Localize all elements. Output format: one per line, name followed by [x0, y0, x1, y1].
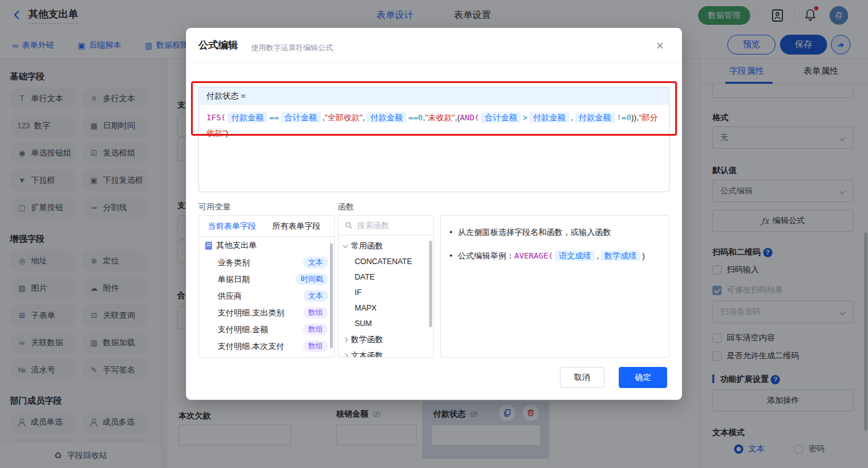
function-item[interactable]: DATE	[339, 270, 433, 285]
help-text: 公式编辑举例：AVERAGE(语文成绩,数学成绩)	[458, 249, 645, 263]
form-doc-icon	[205, 242, 212, 250]
functions-panel: 常用函数CONCATENATEDATEIFMAPXSUM数学函数文本函数	[338, 215, 434, 358]
function-group-label: 数学函数	[351, 334, 383, 345]
cancel-button[interactable]: 取消	[560, 367, 604, 388]
function-item[interactable]: IF	[339, 285, 433, 301]
variables-tree-root[interactable]: 其他支出单	[199, 237, 334, 254]
function-group[interactable]: 数学函数	[339, 332, 433, 348]
help-bullet-1: • 从左侧面板选择字段名和函数，或输入函数	[450, 226, 660, 239]
modal-title: 公式编辑	[198, 39, 238, 52]
variable-name: 单据日期	[218, 274, 296, 285]
variables-root-label: 其他支出单	[216, 240, 257, 251]
formula-token-num: 0	[418, 113, 423, 122]
formula-expression[interactable]: IFS(付款金额==合计金额,"全部收款",付款金额==0,"未收款",(AND…	[199, 105, 669, 146]
function-item[interactable]: SUM	[339, 316, 433, 332]
variable-type-badge: 时间戳	[296, 273, 328, 285]
variable-item[interactable]: 支付明细.金额数组	[199, 321, 334, 338]
variables-label: 可用变量	[198, 201, 231, 213]
variable-item[interactable]: 支付明细.支出类别数组	[199, 304, 334, 321]
function-search[interactable]	[339, 216, 433, 236]
formula-editor-modal: 公式编辑 使用数字运算符编辑公式 × 付款状态 = IFS(付款金额==合计金额…	[186, 28, 682, 400]
formula-token-plain: ,	[571, 113, 574, 122]
formula-token-field[interactable]: 付款金额	[529, 112, 569, 123]
variable-type-badge: 文本	[303, 290, 328, 302]
function-group[interactable]: 常用函数	[339, 238, 433, 254]
functions-tree: 常用函数CONCATENATEDATEIFMAPXSUM数学函数文本函数	[339, 236, 433, 358]
variables-list: 业务类别文本单据日期时间戳供应商文本支付明细.支出类别数组支付明细.金额数组支付…	[199, 254, 334, 355]
function-item[interactable]: MAPX	[339, 301, 433, 316]
formula-token-fn: IFS(	[206, 113, 226, 122]
formula-token-op: ==	[408, 113, 418, 122]
formula-token-plain: ,(	[455, 113, 460, 122]
formula-token-plain: )	[226, 128, 228, 138]
formula-token-plain: ,	[363, 113, 365, 122]
formula-editor[interactable]: 付款状态 = IFS(付款金额==合计金额,"全部收款",付款金额==0,"未收…	[198, 87, 670, 192]
formula-token-fn: AND(	[460, 113, 479, 122]
variable-name: 支付明细.金额	[218, 324, 303, 335]
formula-token-str: "全部收款"	[325, 113, 363, 122]
formula-token-num: 0	[626, 113, 631, 122]
help-text: 从左侧面板选择字段名和函数，或输入函数	[458, 226, 611, 239]
confirm-button[interactable]: 确定	[619, 367, 667, 388]
function-item[interactable]: CONCATENATE	[339, 254, 433, 270]
variable-type-badge: 文本	[303, 257, 328, 268]
bullet-icon: •	[450, 226, 453, 239]
variable-name: 业务类别	[218, 257, 303, 268]
variable-name: 供应商	[218, 291, 303, 302]
formula-token-field[interactable]: 合计金额	[281, 112, 321, 123]
variable-type-badge: 数组	[303, 307, 328, 319]
formula-token-plain: ,	[596, 251, 599, 260]
function-group-label: 文本函数	[351, 350, 383, 358]
function-group[interactable]: 文本函数	[339, 348, 433, 358]
formula-help-panel: • 从左侧面板选择字段名和函数，或输入函数 • 公式编辑举例：AVERAGE(语…	[440, 215, 670, 358]
tab-all-form-fields[interactable]: 所有表单字段	[272, 221, 321, 232]
bullet-icon: •	[450, 249, 453, 263]
formula-token-plain: )	[642, 251, 645, 260]
variable-type-badge: 数组	[303, 340, 328, 352]
formula-token-field[interactable]: 付款金额	[366, 112, 406, 123]
variable-name: 支付明细.本次支付	[218, 341, 303, 352]
scrollbar[interactable]	[429, 241, 432, 327]
chevron-right-icon	[343, 353, 348, 358]
variable-item[interactable]: 单据日期时间戳	[199, 271, 334, 288]
variable-item[interactable]: 支付明细.本次支付数组	[199, 338, 334, 355]
formula-token-field[interactable]: 数学成绩	[601, 250, 640, 261]
formula-token-op: !=	[617, 113, 627, 122]
variable-item[interactable]: 业务类别文本	[199, 254, 334, 271]
formula-token-op: ==	[269, 113, 279, 122]
formula-token-field[interactable]: 付款金额	[228, 112, 267, 123]
function-group-label: 常用函数	[351, 241, 383, 252]
variable-type-badge: 数组	[303, 324, 328, 335]
formula-token-field[interactable]: 语文成绩	[555, 250, 595, 261]
formula-token-str: "未收款"	[425, 113, 455, 122]
formula-token-field[interactable]: 付款金额	[575, 112, 615, 123]
help-bullet-2: • 公式编辑举例：AVERAGE(语文成绩,数学成绩)	[450, 249, 660, 263]
chevron-down-icon	[343, 242, 348, 247]
close-icon[interactable]: ×	[656, 39, 664, 53]
app-root: 其他支出单 表单设计 表单设置 数据管理 存 ∞表单外链▣后端脚本▥数据权限 预…	[0, 0, 868, 468]
search-icon	[345, 221, 353, 229]
variable-name: 支付明细.支出类别	[218, 307, 303, 319]
variables-tabs: 当前表单字段 所有表单字段	[199, 216, 334, 237]
function-search-input[interactable]	[357, 221, 419, 230]
divider	[186, 62, 682, 63]
variables-panel: 当前表单字段 所有表单字段 其他支出单 业务类别文本单据日期时间戳供应商文本支付…	[198, 215, 335, 358]
tab-current-form-fields[interactable]: 当前表单字段	[208, 221, 256, 232]
formula-token-plain: )),	[631, 113, 639, 122]
formula-token-fn: AVERAGE(	[515, 251, 554, 260]
scrollbar[interactable]	[330, 243, 333, 348]
formula-token-field[interactable]: 合计金额	[481, 112, 521, 123]
chevron-right-icon	[343, 337, 348, 342]
formula-token-op: >	[523, 113, 528, 122]
variable-item[interactable]: 供应商文本	[199, 288, 334, 304]
functions-label: 函数	[338, 201, 354, 213]
formula-target: 付款状态 =	[199, 87, 669, 105]
modal-subtitle: 使用数字运算符编辑公式	[251, 43, 333, 53]
